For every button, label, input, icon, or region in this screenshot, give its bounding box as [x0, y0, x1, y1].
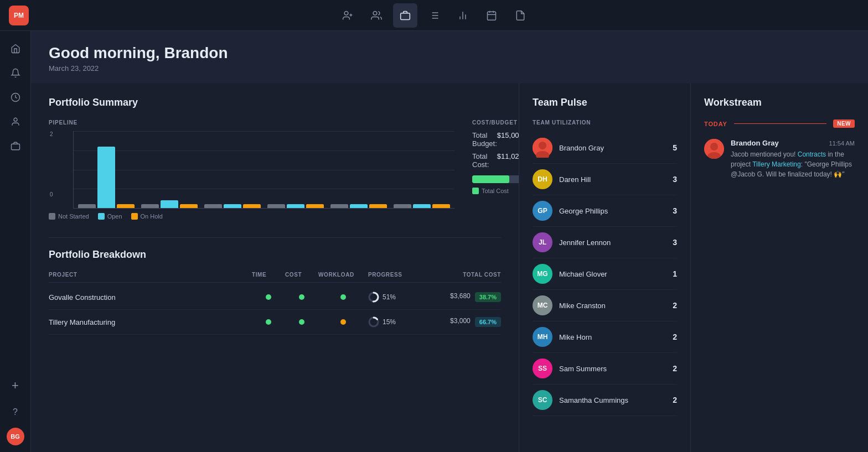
nav-briefcase[interactable]	[393, 3, 417, 28]
y-label-0: 0	[50, 191, 53, 198]
project-name-govalle: Govalle Construction	[49, 293, 252, 302]
badge-tillery: 66.7%	[475, 317, 501, 327]
legend-dot-on-hold	[131, 213, 138, 220]
member-count-mike-h: 2	[673, 332, 677, 341]
member-count-george: 3	[673, 206, 677, 215]
ws-content: Brandon Gray 11:54 AM Jacob mentioned yo…	[731, 139, 855, 179]
sidebar-home[interactable]	[4, 38, 27, 60]
ws-link-tillery[interactable]: Tillery Marketing	[752, 160, 801, 168]
total-cost-value: $11,020	[497, 152, 519, 169]
team-pulse-title: Team Pulse	[533, 97, 677, 108]
page-date: March 23, 2022	[49, 64, 850, 72]
project-name-tillery: Tillery Manufacturing	[49, 318, 252, 326]
ws-avatar-brandon	[704, 139, 724, 159]
th-progress: PROGRESS	[368, 272, 446, 278]
bar-on-hold-4	[306, 204, 324, 208]
progress-label-tillery: 15%	[383, 318, 396, 326]
sidebar-briefcase[interactable]	[4, 135, 27, 157]
ws-message: Jacob mentioned you! Contracts in the pr…	[731, 149, 855, 179]
workload-dot-govalle	[318, 294, 368, 300]
legend-dot-cost	[472, 188, 479, 194]
sidebar-notifications[interactable]	[4, 62, 27, 84]
total-cost-govalle: $3,680 38.7%	[446, 292, 501, 302]
bar-not-started-1	[78, 204, 96, 208]
team-member-jennifer: JL Jennifer Lennon 3	[533, 227, 677, 258]
svg-point-19	[14, 118, 17, 121]
sidebar-clock[interactable]	[4, 86, 27, 108]
legend-on-hold: On Hold	[131, 213, 163, 220]
sidebar-help[interactable]: ?	[4, 401, 27, 423]
nav-document[interactable]	[508, 3, 533, 28]
app-logo[interactable]: PM	[9, 6, 29, 25]
svg-rect-4	[401, 13, 410, 19]
nav-calendar[interactable]	[479, 3, 504, 28]
team-member-samantha: SC Samantha Cummings 2	[533, 385, 677, 416]
bar-chart-inner	[74, 131, 454, 208]
workstream-title: Workstream	[704, 97, 855, 108]
pipeline-chart	[73, 131, 454, 209]
total-budget-value: $15,000	[497, 131, 519, 148]
team-member-sam: SS Sam Summers 2	[533, 353, 677, 385]
nav-users[interactable]	[364, 3, 389, 28]
team-utilization-label: TEAM UTILIZATION	[533, 120, 677, 126]
bar-open-4	[287, 204, 304, 208]
nav-list[interactable]	[422, 3, 446, 28]
avatar-michael: MG	[533, 264, 552, 284]
total-cost-row: Total Cost: $11,020	[472, 152, 519, 169]
workload-dot-tillery	[318, 319, 368, 325]
svg-rect-14	[488, 12, 496, 20]
nav-chart[interactable]	[451, 3, 475, 28]
dot-green-cost-t	[299, 319, 304, 325]
bar-open-3	[224, 204, 241, 208]
svg-point-29	[710, 143, 718, 150]
dot-green-time	[266, 294, 271, 300]
avatar-samantha: SC	[533, 390, 552, 410]
total-budget-row: Total Budget: $15,000	[472, 131, 519, 148]
th-project: PROJECT	[49, 272, 252, 278]
sidebar-people[interactable]	[4, 111, 27, 133]
member-count-mike-c: 2	[673, 301, 677, 310]
legend-dot-not-started	[49, 213, 55, 220]
dot-yellow-workload-t	[340, 319, 346, 325]
sidebar-bottom: + ? BG	[4, 375, 27, 445]
content-area: Good morning, Brandon March 23, 2022 Por…	[31, 31, 868, 452]
legend-not-started: Not Started	[49, 213, 89, 220]
cost-legend-label: Total Cost	[482, 188, 509, 194]
member-name-brandon: Brandon Gray	[559, 144, 666, 152]
avatar-jennifer: JL	[533, 232, 552, 252]
cost-dot-govalle	[285, 294, 318, 300]
user-avatar[interactable]: BG	[7, 428, 24, 445]
three-col-layout: Portfolio Summary PIPELINE 2 0	[31, 84, 868, 452]
sidebar-add[interactable]: +	[4, 375, 27, 397]
legend-label-not-started: Not Started	[58, 213, 89, 220]
sidebar: + ? BG	[0, 31, 31, 452]
svg-rect-20	[11, 144, 19, 150]
legend-label-on-hold: On Hold	[141, 213, 163, 220]
top-nav: PM	[0, 0, 868, 31]
total-cost-tillery: $3,000 66.7%	[446, 317, 501, 327]
cost-budget-section: COST/BUDGET Total Budget: $15,000 Total …	[472, 120, 519, 220]
progress-ring-tillery	[368, 316, 379, 328]
table-row: Govalle Construction	[49, 285, 501, 310]
svg-point-0	[344, 11, 348, 15]
avatar-brandon	[533, 138, 552, 158]
progress-label-govalle: 51%	[383, 293, 396, 301]
bar-not-started-4	[267, 204, 285, 208]
page-header: Good morning, Brandon March 23, 2022	[31, 31, 868, 84]
nav-user-plus[interactable]	[335, 3, 360, 28]
member-count-sam: 2	[673, 364, 677, 373]
time-dot-tillery	[252, 319, 285, 325]
cost-value-govalle: $3,680	[450, 292, 471, 302]
budget-progress-bar	[472, 175, 519, 183]
member-count-brandon: 5	[673, 143, 677, 152]
avatar-mike-c: MC	[533, 295, 552, 315]
ws-time: 11:54 AM	[829, 140, 855, 147]
section-divider	[49, 237, 501, 238]
cost-legend: Total Cost	[472, 188, 519, 194]
member-name-daren: Daren Hill	[559, 175, 666, 184]
ws-link-contracts[interactable]: Contracts	[798, 150, 826, 158]
new-badge: NEW	[833, 120, 855, 128]
member-count-samantha: 2	[673, 396, 677, 404]
cost-dot-tillery	[285, 319, 318, 325]
bar-not-started-5	[330, 204, 348, 208]
